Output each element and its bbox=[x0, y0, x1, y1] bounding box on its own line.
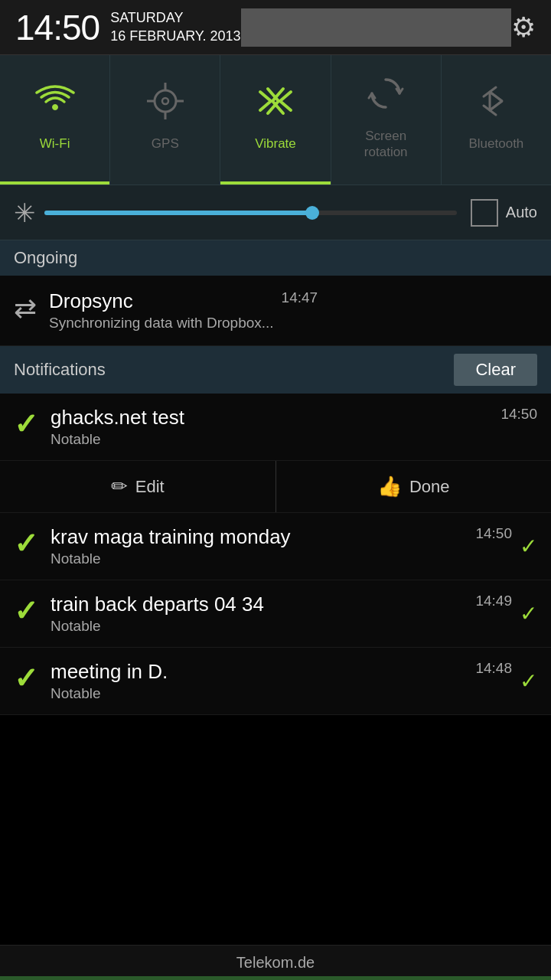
ongoing-dropsync[interactable]: ⇄ Dropsync Synchronizing data with Dropb… bbox=[0, 276, 551, 346]
thumbs-up-icon: 👍 bbox=[377, 475, 402, 498]
qs-vibrate-label: Vibrate bbox=[255, 136, 296, 152]
sync-icon: ⇄ bbox=[14, 292, 37, 325]
check-icon-krav: ✓ bbox=[14, 527, 38, 560]
qs-bluetooth-indicator bbox=[442, 181, 551, 185]
notification-krav[interactable]: ✓ krav maga training monday Notable 14:5… bbox=[0, 513, 551, 580]
qs-screen-rotation[interactable]: Screenrotation bbox=[331, 55, 442, 185]
brightness-fill bbox=[44, 211, 312, 215]
ghacks-action-row: ✏ Edit 👍 Done bbox=[0, 461, 551, 513]
krav-title: krav maga training monday bbox=[51, 525, 291, 548]
qs-vibrate[interactable]: Vibrate bbox=[220, 55, 331, 185]
krav-time: 14:50 bbox=[475, 525, 512, 542]
qs-bluetooth-label: Bluetooth bbox=[468, 136, 523, 152]
ghacks-title: ghacks.net test bbox=[51, 406, 184, 429]
carrier-text: Telekom.de bbox=[236, 954, 315, 972]
meeting-right-check: ✓ bbox=[520, 668, 537, 694]
edit-button[interactable]: ✏ Edit bbox=[0, 461, 276, 512]
done-button[interactable]: 👍 Done bbox=[276, 461, 552, 512]
qs-wifi-indicator bbox=[0, 181, 109, 185]
bluetooth-icon bbox=[476, 81, 516, 130]
svg-point-0 bbox=[155, 90, 176, 112]
vibrate-icon bbox=[256, 81, 295, 130]
notification-ghacks[interactable]: ✓ ghacks.net test Notable 14:50 bbox=[0, 394, 551, 461]
qs-screen-rotation-label: Screenrotation bbox=[364, 129, 408, 160]
status-bar: 14:50 SATURDAY 16 FEBRUARY. 2013 ⚙ bbox=[0, 0, 551, 55]
ongoing-section-header: Ongoing bbox=[0, 240, 551, 276]
wifi-icon bbox=[35, 81, 75, 130]
status-time: 14:50 bbox=[15, 7, 99, 48]
ongoing-title: Ongoing bbox=[14, 248, 77, 268]
brightness-row: ✳ Auto bbox=[0, 185, 551, 240]
edit-icon: ✏ bbox=[111, 475, 128, 498]
check-icon-meeting: ✓ bbox=[14, 662, 38, 695]
status-full-date: 16 FEBRUARY. 2013 bbox=[110, 28, 240, 45]
krav-content: krav maga training monday Notable bbox=[51, 525, 468, 567]
qs-wifi-label: Wi-Fi bbox=[40, 136, 70, 152]
ghacks-time: 14:50 bbox=[500, 406, 537, 423]
footer-bar bbox=[0, 976, 551, 980]
screen-rotation-icon bbox=[366, 74, 406, 122]
brightness-icon: ✳ bbox=[14, 198, 35, 228]
svg-point-1 bbox=[162, 98, 168, 104]
train-title: train back departs 04 34 bbox=[51, 593, 264, 616]
qs-gps[interactable]: GPS bbox=[110, 55, 220, 185]
notifications-section-header: Notifications Clear bbox=[0, 346, 551, 394]
check-icon-ghacks: ✓ bbox=[14, 407, 38, 441]
ongoing-dropsync-content: Dropsync Synchronizing data with Dropbox… bbox=[49, 289, 274, 332]
quick-settings-panel: Wi-Fi GPS Vibrate bbox=[0, 55, 551, 185]
ghacks-sub: Notable bbox=[51, 431, 493, 448]
auto-brightness-checkbox[interactable] bbox=[471, 199, 498, 227]
auto-brightness-label: Auto bbox=[506, 204, 537, 221]
krav-right-check: ✓ bbox=[520, 534, 537, 559]
brightness-thumb bbox=[305, 206, 319, 220]
notification-train[interactable]: ✓ train back departs 04 34 Notable 14:49… bbox=[0, 580, 551, 648]
clear-button[interactable]: Clear bbox=[454, 354, 537, 386]
meeting-sub: Notable bbox=[51, 685, 468, 702]
edit-label: Edit bbox=[135, 477, 165, 497]
ongoing-dropsync-title: Dropsync bbox=[49, 289, 133, 312]
status-date: SATURDAY 16 FEBRUARY. 2013 bbox=[110, 9, 240, 45]
ongoing-dropsync-sub: Synchronizing data with Dropbox... bbox=[49, 315, 274, 332]
ghacks-content: ghacks.net test Notable bbox=[51, 406, 493, 448]
qs-vibrate-indicator bbox=[220, 181, 330, 185]
train-sub: Notable bbox=[51, 618, 468, 635]
status-day: SATURDAY bbox=[110, 9, 240, 27]
notification-meeting[interactable]: ✓ meeting in D. Notable 14:48 ✓ bbox=[0, 648, 551, 715]
notifications-title: Notifications bbox=[14, 360, 106, 380]
done-label: Done bbox=[409, 477, 450, 497]
qs-screen-rotation-indicator bbox=[331, 181, 441, 185]
status-divider bbox=[241, 8, 511, 47]
ongoing-dropsync-time: 14:47 bbox=[282, 289, 318, 306]
footer: Telekom.de bbox=[0, 945, 551, 980]
check-icon-train: ✓ bbox=[14, 594, 38, 628]
train-right-check: ✓ bbox=[520, 601, 537, 626]
train-content: train back departs 04 34 Notable bbox=[51, 593, 468, 635]
meeting-content: meeting in D. Notable bbox=[51, 660, 468, 702]
qs-bluetooth[interactable]: Bluetooth bbox=[442, 55, 551, 185]
meeting-title: meeting in D. bbox=[51, 660, 168, 683]
settings-icon[interactable]: ⚙ bbox=[511, 11, 536, 44]
qs-wifi[interactable]: Wi-Fi bbox=[0, 55, 110, 185]
train-time: 14:49 bbox=[475, 593, 512, 609]
krav-sub: Notable bbox=[51, 550, 468, 567]
meeting-time: 14:48 bbox=[475, 660, 512, 677]
brightness-slider[interactable] bbox=[44, 211, 457, 215]
gps-icon bbox=[145, 81, 185, 130]
qs-gps-label: GPS bbox=[152, 136, 179, 152]
qs-gps-indicator bbox=[110, 181, 220, 185]
